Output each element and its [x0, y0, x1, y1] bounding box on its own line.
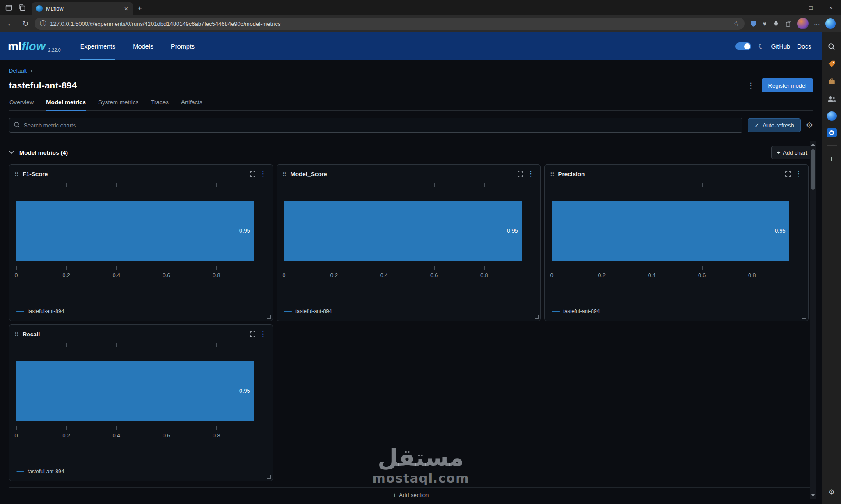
tab-close-icon[interactable]: × [123, 5, 130, 13]
add-section-button[interactable]: + Add section [9, 487, 813, 502]
auto-refresh-button[interactable]: ✓ Auto-refresh [748, 118, 800, 132]
refresh-icon[interactable]: ↻ [21, 19, 30, 28]
search-input[interactable] [24, 122, 738, 129]
bar: 0.95 [284, 201, 522, 261]
nav-prompts[interactable]: Prompts [171, 32, 195, 60]
sidebar-shopping-icon[interactable] [827, 59, 837, 69]
nav-experiments[interactable]: Experiments [80, 32, 116, 60]
tab-actions-icon[interactable] [18, 4, 25, 11]
sidebar-add-icon[interactable]: + [827, 154, 837, 164]
scroll-up-arrow-icon[interactable] [811, 143, 815, 146]
workspaces-icon[interactable] [5, 4, 12, 11]
browser-essentials-icon[interactable]: ♥ [762, 20, 767, 27]
collections-icon[interactable] [784, 21, 793, 27]
sidebar-designer-icon[interactable] [827, 111, 837, 121]
theme-toggle[interactable] [735, 42, 751, 50]
expand-icon[interactable] [250, 171, 255, 177]
tick-mark [484, 183, 485, 187]
tab-artifacts[interactable]: Artifacts [181, 99, 203, 111]
resize-handle[interactable] [267, 475, 271, 479]
x-tick-label: 0.6 [163, 272, 170, 278]
sidebar-tools-icon[interactable] [827, 76, 837, 87]
add-chart-button[interactable]: + Add chart [771, 146, 813, 159]
tab-system-metrics[interactable]: System metrics [98, 99, 139, 111]
drag-handle-icon[interactable]: ⠿ [14, 171, 19, 177]
chevron-down-icon[interactable] [9, 151, 14, 154]
x-tick-label: 0.6 [698, 272, 706, 278]
chart-title: Recall [23, 331, 40, 338]
x-tick-label: 0.8 [213, 433, 220, 439]
browser-tab[interactable]: MLflow × [32, 2, 133, 15]
expand-icon[interactable] [785, 171, 791, 177]
tick-mark [116, 343, 117, 347]
logo-ml-text: ml [8, 40, 21, 53]
breadcrumb-link[interactable]: Default [9, 67, 27, 74]
new-tab-button[interactable]: + [138, 4, 142, 13]
profile-avatar[interactable] [797, 18, 809, 29]
chart-menu-icon[interactable]: ⋮ [527, 170, 534, 177]
github-link[interactable]: GitHub [771, 43, 791, 50]
address-bar[interactable]: ⓘ 127.0.0.1:5000/#/experiments/0/runs/42… [35, 18, 744, 30]
browser-tab-strip: MLflow × + – □ × [0, 0, 841, 15]
scrollbar-thumb[interactable] [811, 149, 815, 190]
drag-handle-icon[interactable]: ⠿ [14, 331, 19, 338]
docs-link[interactable]: Docs [797, 43, 811, 50]
sidebar-search-icon[interactable] [827, 41, 837, 52]
tick-mark [116, 426, 117, 430]
bookmark-star-icon[interactable]: ☆ [733, 20, 739, 28]
resize-handle[interactable] [267, 315, 271, 319]
legend-swatch [552, 311, 560, 312]
expand-icon[interactable] [518, 171, 523, 177]
site-info-icon[interactable]: ⓘ [40, 20, 46, 28]
chart-settings-gear-icon[interactable]: ⚙ [806, 120, 813, 130]
content-scrollbar[interactable] [810, 141, 816, 499]
tick-mark [167, 183, 167, 187]
add-section-label: Add section [399, 492, 429, 498]
sidebar-outlook-icon[interactable] [827, 128, 837, 137]
chart-title: Model_Score [291, 171, 327, 177]
x-axis: 00.20.40.60.8 [16, 431, 266, 440]
register-model-button[interactable]: Register model [762, 78, 813, 92]
back-icon[interactable]: ← [5, 19, 16, 28]
tick-mark [66, 266, 67, 270]
tab-traces[interactable]: Traces [150, 99, 169, 111]
chart-menu-icon[interactable]: ⋮ [259, 170, 266, 177]
bar-plot: 0.95 [16, 183, 266, 270]
x-axis: 00.20.40.60.8 [284, 271, 534, 280]
maximize-button[interactable]: □ [801, 0, 821, 15]
chart-menu-icon[interactable]: ⋮ [795, 170, 802, 177]
close-button[interactable]: × [821, 0, 841, 15]
more-menu-icon[interactable]: ⋯ [813, 20, 821, 27]
chart-menu-icon[interactable]: ⋮ [259, 331, 266, 338]
tick-mark [652, 183, 652, 187]
sidebar-people-icon[interactable] [827, 94, 837, 104]
tab-overview[interactable]: Overview [9, 99, 34, 111]
tick-mark [384, 266, 384, 270]
copilot-icon[interactable] [825, 18, 836, 29]
bar: 0.95 [16, 201, 254, 261]
tick-mark [16, 266, 17, 270]
metric-chart-card-precision: ⠿ Precision ⋮ 0.95 00.20.40.60.8 [544, 164, 809, 321]
run-page: Default › tasteful-ant-894 ⋮ Register mo… [0, 60, 822, 504]
drag-handle-icon[interactable]: ⠿ [550, 171, 554, 177]
minimize-button[interactable]: – [781, 0, 801, 15]
x-tick-label: 0.2 [598, 272, 605, 278]
mlflow-logo[interactable]: mlflow 2.22.0 [8, 32, 61, 60]
sidebar-settings-icon[interactable]: ⚙ [827, 486, 837, 497]
run-menu-icon[interactable]: ⋮ [747, 82, 755, 89]
resize-handle[interactable] [535, 315, 539, 319]
scroll-down-arrow-icon[interactable] [811, 494, 815, 497]
tab-model-metrics[interactable]: Model metrics [46, 99, 86, 111]
extensions-icon[interactable] [772, 21, 780, 27]
moon-icon: ☾ [758, 42, 764, 50]
bar: 0.95 [16, 361, 254, 421]
resize-handle[interactable] [802, 315, 806, 319]
tick-mark [167, 266, 167, 270]
x-tick-label: 0 [283, 272, 286, 278]
nav-models[interactable]: Models [133, 32, 153, 60]
sidebar-divider [827, 145, 837, 146]
expand-icon[interactable] [250, 331, 255, 337]
drag-handle-icon[interactable]: ⠿ [282, 171, 287, 177]
bar-plot: 0.95 [552, 183, 802, 270]
shield-icon[interactable] [749, 20, 758, 27]
